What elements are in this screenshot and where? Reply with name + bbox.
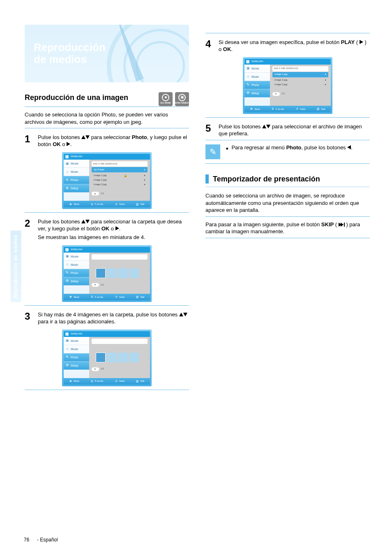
note-box: ✎ Para regresar al menú Photo, pulse los… (205, 144, 370, 159)
intro-text: Cuando se selecciona la opción Photo, se… (25, 111, 189, 125)
ui-screenshot-2: WISELINK ▣Movie ♫Music ✎Photo ⚙Setup (62, 245, 152, 302)
divider (205, 33, 370, 33)
play-icon (360, 40, 363, 44)
dvd-video-badge: DVD-VIDEO (175, 92, 189, 106)
divider (25, 305, 189, 306)
divider (205, 163, 370, 164)
ui-screenshot-4: WISELINK ▣Movie ♫Music ✎Photo ⚙Setup 640… (243, 57, 332, 114)
step-2: 2 Pulse los botones para seleccionar la … (25, 217, 189, 241)
down-arrow-icon (85, 220, 90, 223)
divider (25, 128, 189, 128)
divider (205, 140, 370, 140)
step-3: 3 Si hay más de 4 imágenes en la carpeta… (25, 310, 189, 325)
subsection-p1: Cuando se selecciona un archivo de image… (205, 192, 370, 214)
down-arrow-icon (183, 313, 187, 316)
page-footer: - Español (37, 537, 58, 543)
ui-screenshot-3: WISELINK ▣Movie ♫Music ✎Photo ⚙Setup (62, 330, 152, 386)
side-tab-label: Reproducción de medios (11, 230, 21, 302)
page-number: 76 (24, 537, 29, 543)
section-title: Reproducción de una imagen EC-ROM DVD-VI… (25, 93, 189, 102)
divider (25, 390, 189, 390)
divider (205, 216, 370, 217)
hero-title: Reproducciónde medios (34, 42, 106, 65)
up-arrow-icon (81, 220, 85, 223)
right-arrow-icon (67, 142, 70, 146)
subsection-heading: Temporizador de presentación (205, 174, 370, 184)
step-4: 4 Si desea ver una imagen específica, pu… (205, 37, 370, 53)
disc-graphic (107, 25, 189, 82)
divider (25, 107, 189, 107)
divider-thick (205, 186, 370, 187)
subsection-p2: Para pasar a la imagen siguiente, pulse … (205, 221, 370, 235)
right-arrow-icon (115, 226, 119, 230)
hero-banner: Reproducciónde medios (25, 25, 189, 82)
ec-rom-badge: EC-ROM (159, 92, 173, 106)
step-5: 5 Pulse los botones para seleccionar el … (205, 122, 370, 137)
note-icon: ✎ (205, 144, 220, 159)
up-arrow-icon (262, 125, 266, 128)
up-arrow-icon (179, 313, 183, 316)
divider (205, 238, 370, 238)
step-1: 1 Pulse los botones para seleccionar Pho… (25, 132, 189, 148)
ui-screenshot-1: WISELINK ▣Movie ♫Music ✎Photo ⚙Setup 640… (62, 152, 152, 209)
left-arrow-icon (347, 145, 351, 149)
divider (25, 212, 189, 213)
down-arrow-icon (85, 135, 90, 139)
down-arrow-icon (266, 125, 270, 128)
up-arrow-icon (81, 135, 85, 139)
skip-next-icon (339, 223, 345, 227)
divider (205, 117, 370, 118)
